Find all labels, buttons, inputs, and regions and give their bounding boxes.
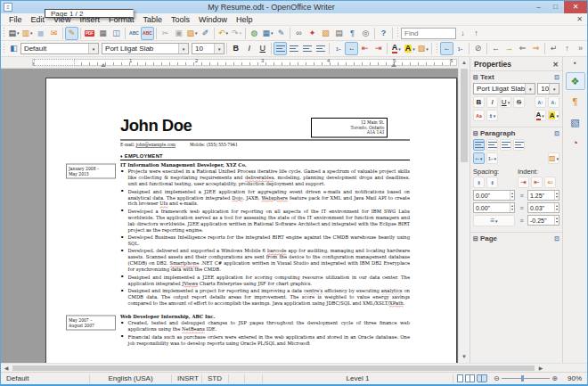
minimize-button[interactable]: – <box>530 1 547 13</box>
sidebar-align-left-button[interactable] <box>473 139 485 151</box>
align-left-button[interactable] <box>274 42 287 55</box>
panel-dialog-icon[interactable]: ⊡ <box>554 235 559 242</box>
hyperlink-button[interactable]: ◍ <box>248 27 261 40</box>
bold-button[interactable]: B <box>229 42 242 55</box>
copy-button[interactable]: ▣ <box>172 27 185 40</box>
find-input[interactable] <box>401 28 456 39</box>
undo-button[interactable]: ↶▾ <box>216 27 230 40</box>
help-button[interactable]: ? <box>377 27 390 40</box>
panel-dialog-icon[interactable]: ⊡ <box>554 130 559 137</box>
demote-level-button[interactable]: → <box>502 42 516 55</box>
tab-properties[interactable]: ❖ <box>566 72 585 90</box>
find-previous-button[interactable]: ↑ <box>470 27 483 40</box>
sidebar-align-center-button[interactable] <box>486 139 498 151</box>
indent-marker[interactable] <box>101 63 106 67</box>
table-button[interactable]: ▦▾ <box>261 27 274 40</box>
save-button[interactable]: ◼ <box>34 27 47 40</box>
close-sidebar-icon[interactable]: ✕ <box>552 61 559 69</box>
sidebar-decrease-indent-button[interactable]: ⇤ <box>531 177 543 188</box>
increase-indent-button[interactable]: ⇥ <box>372 42 385 55</box>
book-view-icon[interactable] <box>477 374 487 382</box>
chevron-down-icon[interactable]: ▾ <box>178 44 188 53</box>
font-name-select[interactable]: Port Lligat Slab ▾ <box>102 43 189 54</box>
align-center-button[interactable] <box>287 42 300 55</box>
sidebar-italic-button[interactable]: I <box>486 96 498 108</box>
redo-button[interactable]: ↷▾ <box>230 27 243 40</box>
justify-button[interactable] <box>314 42 327 55</box>
menu-help[interactable]: Help <box>232 15 257 24</box>
chevron-down-icon[interactable]: ▾ <box>525 84 535 94</box>
horizontal-ruler[interactable]: 1 2 3 4 5 6 <box>1 57 458 69</box>
switch-indent-button[interactable]: ⇐ <box>544 177 556 188</box>
promote-level-button[interactable]: ← <box>489 42 502 55</box>
chevron-down-icon[interactable]: ▾ <box>88 44 98 53</box>
data-sources-button[interactable]: ▤ <box>332 27 346 40</box>
numbering-button[interactable]: 1– <box>331 42 345 55</box>
demote-subpoints-button[interactable]: ⇒ <box>529 42 543 55</box>
multi-page-view-icon[interactable] <box>465 374 475 382</box>
menu-file[interactable]: File <box>4 15 27 24</box>
first-line-indent-input[interactable]: -0.25"▴▾ <box>527 215 559 226</box>
menu-tools[interactable]: Tools <box>167 15 194 24</box>
email-link[interactable]: john@example.com <box>136 143 176 147</box>
collapse-icon[interactable]: ⊟ <box>473 235 478 242</box>
maximize-button[interactable]: □ <box>547 1 564 13</box>
sidebar-strikethrough-button[interactable]: S <box>513 96 525 108</box>
sidebar-align-right-button[interactable] <box>500 139 511 151</box>
status-insert-mode[interactable]: INSRT <box>172 374 202 383</box>
panel-dialog-icon[interactable]: ⊡ <box>554 74 559 81</box>
close-button[interactable]: ✕ <box>564 1 587 13</box>
menu-table[interactable]: Table <box>138 15 167 24</box>
sidebar-bold-button[interactable]: B <box>473 96 485 108</box>
toolbar-grip[interactable] <box>2 28 6 38</box>
underline-button[interactable]: U <box>256 42 269 55</box>
zoom-out-icon[interactable]: ⊖ <box>494 374 500 382</box>
email-button[interactable]: ✉ <box>47 27 61 40</box>
status-zoom-value[interactable]: 90% <box>560 374 587 383</box>
page-preview-button[interactable]: ◫ <box>110 27 123 40</box>
line-spacing-button[interactable]: ≡▾ <box>473 215 515 226</box>
tab-gallery[interactable]: ▧ <box>566 113 585 131</box>
single-page-view-icon[interactable] <box>457 374 463 382</box>
horizontal-scrollbar[interactable]: ◀ ▶ <box>1 364 546 372</box>
bullets-toolbar-grip[interactable] <box>435 44 439 54</box>
promote-subpoints-button[interactable]: ⇐ <box>516 42 529 55</box>
zoom-slider[interactable]: ⊖ ⊕ <box>491 374 560 382</box>
font-size-select[interactable]: 10 ▾ <box>192 43 225 54</box>
chevron-down-icon[interactable]: ▾ <box>549 84 559 94</box>
decrease-indent-button[interactable]: ⇤ <box>358 42 372 55</box>
decrease-spacing-button[interactable]: ⇕ <box>486 177 498 188</box>
status-page[interactable]: Page 1 / 2 <box>45 9 134 18</box>
format-paintbrush-button[interactable]: ✐ <box>199 27 212 40</box>
sidebar-highlighting-button[interactable]: A▾ <box>548 110 559 121</box>
styles-formatting-button[interactable]: ◧ <box>7 42 20 55</box>
menu-window[interactable]: Window <box>194 15 232 24</box>
scroll-up-icon[interactable]: ▲ <box>459 57 470 69</box>
sidebar-increase-indent-button[interactable]: ⇥ <box>518 177 529 188</box>
gallery-button[interactable]: ▧ <box>319 27 332 40</box>
sidebar-justify-button[interactable] <box>513 139 525 151</box>
print-button[interactable]: ▦ <box>96 27 110 40</box>
italic-button[interactable]: I <box>242 42 256 55</box>
status-selection-mode[interactable]: STD <box>202 374 229 383</box>
new-document-button[interactable]: ▤▾ <box>7 27 20 40</box>
find-next-button[interactable]: ↓ <box>456 27 470 40</box>
autospellcheck-button[interactable]: ABC <box>141 27 154 40</box>
open-button[interactable]: ▥▾ <box>20 27 34 40</box>
status-page-style[interactable]: Default <box>1 374 90 383</box>
indent-after-input[interactable]: 0.03"▴▾ <box>527 202 559 213</box>
grow-font-button[interactable]: A↑ <box>535 96 546 108</box>
sidebar-numbering-button[interactable]: 1–▾ <box>486 152 498 164</box>
tab-navigator[interactable]: ◔ <box>566 134 585 152</box>
navigator-button[interactable]: ✦ <box>306 27 319 40</box>
edit-file-button[interactable]: ✎ <box>65 27 78 40</box>
collapse-icon[interactable]: ⊟ <box>473 130 478 137</box>
shrink-font-button[interactable]: A↓ <box>548 96 559 108</box>
background-color-button[interactable]: ▨▾ <box>416 42 429 55</box>
zoom-slider-thumb[interactable] <box>521 375 524 382</box>
page[interactable]: John Doe 12 Main St, Toronto, Ontario A1… <box>45 78 457 363</box>
sidebar-menu-icon[interactable]: ▪ <box>574 59 576 70</box>
move-up-button[interactable]: ↑ <box>560 42 574 55</box>
tab-styles[interactable]: ¶ <box>566 93 585 111</box>
cut-button[interactable]: ✂ <box>159 27 172 40</box>
